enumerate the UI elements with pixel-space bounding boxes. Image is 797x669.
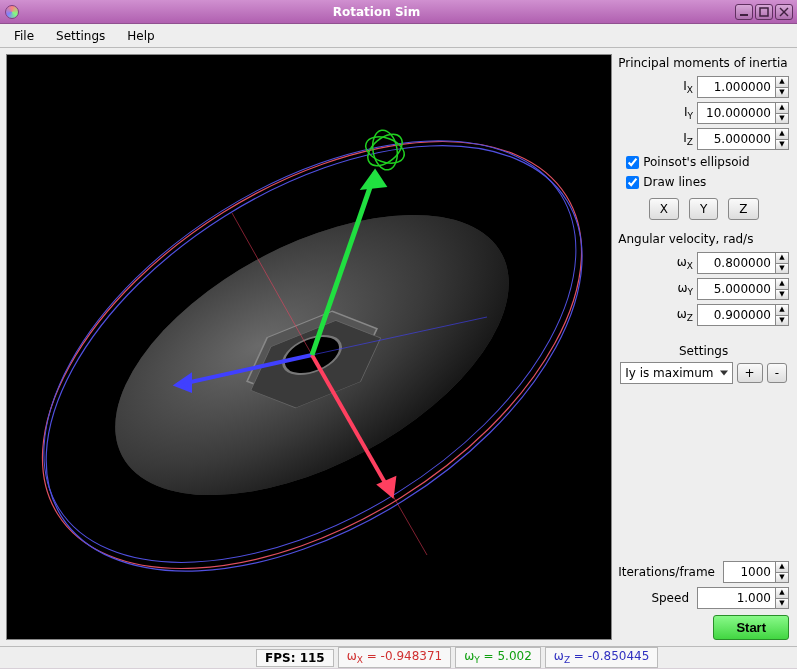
speed-down[interactable]: ▼ <box>775 598 789 610</box>
iterations-label: Iterations/frame <box>618 565 715 579</box>
ix-row: IX ▲▼ <box>618 76 789 98</box>
poinsot-label: Poinsot's ellipsoid <box>643 155 749 169</box>
maximize-button[interactable] <box>755 4 773 20</box>
ix-label: IX <box>667 79 693 95</box>
ix-spinner[interactable]: ▲▼ <box>697 76 789 98</box>
settings-heading: Settings <box>618 344 789 358</box>
iterations-input[interactable] <box>723 561 775 583</box>
ix-input[interactable] <box>697 76 775 98</box>
wy-input[interactable] <box>697 278 775 300</box>
iz-row: IZ ▲▼ <box>618 128 789 150</box>
iz-down[interactable]: ▼ <box>775 139 789 151</box>
wy-up[interactable]: ▲ <box>775 278 789 289</box>
settings-select[interactable]: Iy is maximum <box>620 362 732 384</box>
speed-row: Speed ▲▼ <box>618 587 789 609</box>
close-icon <box>779 7 789 17</box>
scene-svg <box>7 55 612 640</box>
wz-label: ωZ <box>667 307 693 323</box>
wz-down[interactable]: ▼ <box>775 315 789 327</box>
iz-label: IZ <box>667 131 693 147</box>
poinsot-check-row: Poinsot's ellipsoid <box>626 155 789 169</box>
settings-selected: Iy is maximum <box>625 366 713 380</box>
menu-settings[interactable]: Settings <box>48 26 113 46</box>
wx-spinner[interactable]: ▲▼ <box>697 252 789 274</box>
iz-spinner[interactable]: ▲▼ <box>697 128 789 150</box>
speed-spinner[interactable]: ▲▼ <box>697 587 789 609</box>
iy-down[interactable]: ▼ <box>775 113 789 125</box>
start-button[interactable]: Start <box>713 615 789 640</box>
window-titlebar: Rotation Sim <box>0 0 797 24</box>
iy-label: IY <box>667 105 693 121</box>
axis-buttons: X Y Z <box>618 198 789 220</box>
ix-up[interactable]: ▲ <box>775 76 789 87</box>
iterations-row: Iterations/frame ▲▼ <box>618 561 789 583</box>
wx-row: ωX ▲▼ <box>618 252 789 274</box>
window-title: Rotation Sim <box>20 5 733 19</box>
axis-x-button[interactable]: X <box>649 198 679 220</box>
ix-down[interactable]: ▼ <box>775 87 789 99</box>
wz-spinner[interactable]: ▲▼ <box>697 304 789 326</box>
controls-sidebar: Principal moments of inertia IX ▲▼ IY ▲▼… <box>618 48 797 646</box>
speed-label: Speed <box>651 591 689 605</box>
3d-viewport[interactable] <box>6 54 612 640</box>
status-wx-cell: ωX = -0.948371 <box>338 647 452 667</box>
angvel-heading: Angular velocity, rad/s <box>618 232 789 246</box>
fps-cell: FPS: 115 <box>256 649 334 667</box>
iz-input[interactable] <box>697 128 775 150</box>
drawlines-check-row: Draw lines <box>626 175 789 189</box>
iy-row: IY ▲▼ <box>618 102 789 124</box>
iy-input[interactable] <box>697 102 775 124</box>
axis-y-button[interactable]: Y <box>689 198 718 220</box>
wy-down[interactable]: ▼ <box>775 289 789 301</box>
iter-up[interactable]: ▲ <box>775 561 789 572</box>
svg-rect-1 <box>760 8 768 16</box>
menu-file[interactable]: File <box>6 26 42 46</box>
status-wy-cell: ωY = 5.002 <box>455 647 541 667</box>
drawlines-checkbox[interactable] <box>626 176 639 189</box>
minimize-button[interactable] <box>735 4 753 20</box>
iz-up[interactable]: ▲ <box>775 128 789 139</box>
maximize-icon <box>759 7 769 17</box>
iterations-spinner[interactable]: ▲▼ <box>723 561 789 583</box>
speed-up[interactable]: ▲ <box>775 587 789 598</box>
poinsot-checkbox[interactable] <box>626 156 639 169</box>
wy-spinner[interactable]: ▲▼ <box>697 278 789 300</box>
drawlines-label: Draw lines <box>643 175 706 189</box>
settings-add-button[interactable]: + <box>737 363 763 383</box>
wx-up[interactable]: ▲ <box>775 252 789 263</box>
wy-row: ωY ▲▼ <box>618 278 789 300</box>
menu-help[interactable]: Help <box>119 26 162 46</box>
inertia-heading: Principal moments of inertia <box>618 56 789 70</box>
main-area: Principal moments of inertia IX ▲▼ IY ▲▼… <box>0 48 797 646</box>
iy-up[interactable]: ▲ <box>775 102 789 113</box>
svg-marker-20 <box>365 173 383 187</box>
wz-row: ωZ ▲▼ <box>618 304 789 326</box>
wy-label: ωY <box>667 281 693 297</box>
wz-up[interactable]: ▲ <box>775 304 789 315</box>
axis-z-button[interactable]: Z <box>728 198 758 220</box>
settings-row: Iy is maximum + - <box>618 362 789 384</box>
wx-label: ωX <box>667 255 693 271</box>
settings-remove-button[interactable]: - <box>767 363 787 383</box>
status-wz-cell: ωZ = -0.850445 <box>545 647 659 667</box>
wx-down[interactable]: ▼ <box>775 263 789 275</box>
minimize-icon <box>739 7 749 17</box>
app-icon <box>4 4 20 20</box>
close-button[interactable] <box>775 4 793 20</box>
menubar: File Settings Help <box>0 24 797 48</box>
wx-input[interactable] <box>697 252 775 274</box>
statusbar: FPS: 115 ωX = -0.948371 ωY = 5.002 ωZ = … <box>0 646 797 668</box>
speed-input[interactable] <box>697 587 775 609</box>
wz-input[interactable] <box>697 304 775 326</box>
iter-down[interactable]: ▼ <box>775 572 789 584</box>
iy-spinner[interactable]: ▲▼ <box>697 102 789 124</box>
